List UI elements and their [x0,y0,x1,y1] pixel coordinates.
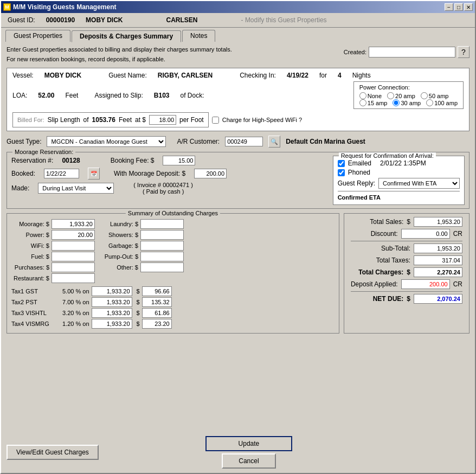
other-charge-input[interactable] [140,262,184,272]
slip-length-of: of [83,116,89,124]
power-charge-input[interactable] [52,230,95,240]
pumpout-charge-label: Pump-Out: $ [100,253,138,260]
deposit-applied-label: Deposit Applied: [351,280,398,288]
ar-input[interactable] [225,137,263,146]
total-charges-dollar: $ [407,268,410,276]
total-charges-input[interactable] [414,267,462,277]
tax1-value-input[interactable] [142,286,172,296]
tax4-base-input[interactable] [92,319,132,329]
wifi-label: Charge for High-Speed WiFi ? [222,117,302,123]
power-15amp-radio[interactable] [359,99,366,106]
net-due-dollar: $ [407,295,410,303]
view-edit-button[interactable]: View/Edit Guest Charges [7,445,99,460]
fuel-charge-input[interactable] [52,252,95,261]
minimize-button[interactable]: − [445,3,453,11]
purchases-charge-input[interactable] [52,262,95,272]
total-sales-dollar: $ [407,218,410,226]
booked-label: Booked: [11,170,35,177]
wifi-charge-label: WiFi: $ [11,242,49,249]
guest-reply-label: Guest Reply: [338,180,375,187]
vessel-name: MOBY DICK [44,72,81,79]
total-taxes-label: Total Taxes: [376,257,410,264]
help-button[interactable]: ? [458,46,469,58]
restaurant-charge-input[interactable] [52,273,95,283]
update-button[interactable]: Update [205,436,292,451]
booking-fee-input[interactable] [163,156,195,165]
power-none-radio[interactable] [359,92,366,99]
tax3-value-input[interactable] [142,308,172,318]
confirm-title: Request for Confirmation of Arrival: [339,152,436,159]
emailed-checkbox[interactable] [338,160,345,167]
power-20amp-radio[interactable] [387,92,394,99]
emailed-date: 2/01/22 1:35PM [380,159,426,167]
net-due-input[interactable] [414,294,462,304]
feet-label: Feet [65,92,78,99]
moorage-charge-label: Moorage: $ [11,221,49,227]
power-30amp-radio[interactable] [393,99,400,106]
feet2-label: Feet [119,116,132,124]
confirm-box: Request for Confirmation of Arrival: Ema… [333,156,465,205]
tax2-pct: 7.00 % on [62,299,89,305]
subtotal-input[interactable] [414,244,462,253]
wifi-checkbox[interactable] [212,117,219,124]
close-button[interactable]: ✕ [464,3,473,11]
discount-input[interactable] [401,229,450,239]
power-50amp-radio[interactable] [421,92,428,99]
reservation-value: 00128 [62,157,80,164]
pumpout-charge-input[interactable] [140,252,184,261]
slip-feet-value: 1053.76 [92,116,115,124]
power-100amp-radio[interactable] [426,99,433,106]
header-bar: Guest ID: 00000190 MOBY DICK CARLSEN - M… [1,13,475,28]
tax4-value-input[interactable] [142,319,172,329]
showers-charge-input[interactable] [140,230,184,240]
total-sales-label: Total Sales: [370,218,403,226]
calendar-button[interactable]: 📅 [88,168,100,180]
per-foot-input[interactable] [149,115,176,125]
tax1-base-input[interactable] [92,286,132,296]
guest-type-select[interactable]: MGCDN - Canadian Moorage Guest [47,136,166,147]
total-taxes-input[interactable] [414,255,462,265]
tab-deposits-charges[interactable]: Deposits & Charges Summary [72,30,181,42]
total-sales-input[interactable] [414,217,462,227]
created-input[interactable] [369,47,455,57]
per-foot-label: per Foot [179,116,204,124]
booked-date-input[interactable] [44,169,79,178]
cancel-button[interactable]: Cancel [222,453,276,469]
tax3-dollar: $ [137,310,140,316]
phoned-checkbox[interactable] [338,169,345,176]
tax2-value-input[interactable] [142,297,172,307]
tax3-base-input[interactable] [92,308,132,318]
of-dock-label: of Dock: [180,92,204,99]
slip-length-label: Slip Length [48,116,80,124]
tax4-name: Tax4 VISMRG [11,321,60,327]
moorage-charge-input[interactable] [52,219,95,229]
billed-for-label: Billed For: [17,117,44,123]
tabs: Guest Properties Deposits & Charges Summ… [1,28,475,42]
default-label: Default Cdn Marina Guest [286,138,365,145]
laundry-charge-input[interactable] [140,219,184,229]
maximize-button[interactable]: □ [454,3,463,11]
guest-name-value: RIGBY, CARLSEN [158,72,213,79]
guest-reply-select[interactable]: Confirmed With ETA [378,178,460,189]
fuel-charge-label: Fuel: $ [11,253,49,260]
billed-for-box: Billed For: Slip Length of 1053.76 Feet … [12,112,209,127]
ar-lookup-button[interactable]: 🔍 [268,136,280,148]
made-select[interactable]: During Last Visit [38,183,114,194]
deposit-input[interactable] [194,169,227,178]
garbage-charge-input[interactable] [140,241,184,251]
tab-guest-properties[interactable]: Guest Properties [5,30,70,42]
power-charge-label: Power: $ [11,232,49,238]
tab-notes[interactable]: Notes [182,30,215,42]
emailed-label: Emailed [348,159,371,167]
deposit-applied-input[interactable] [401,279,450,289]
guest-name-label: Guest Name: [108,72,147,79]
wifi-charge-input[interactable] [52,241,95,251]
guest-id-label: Guest ID: [8,16,35,24]
tax4-pct: 1.20 % on [62,321,89,327]
booking-fee-label: Booking Fee: $ [111,157,155,164]
power-box: Power Connection: None 20 amp 50 amp 15 … [353,81,464,109]
confirmed-eta-label: Confirmed ETA [338,194,381,201]
garbage-charge-label: Garbage: $ [100,242,138,249]
made-label: Made: [11,184,29,192]
tax2-base-input[interactable] [92,297,132,307]
